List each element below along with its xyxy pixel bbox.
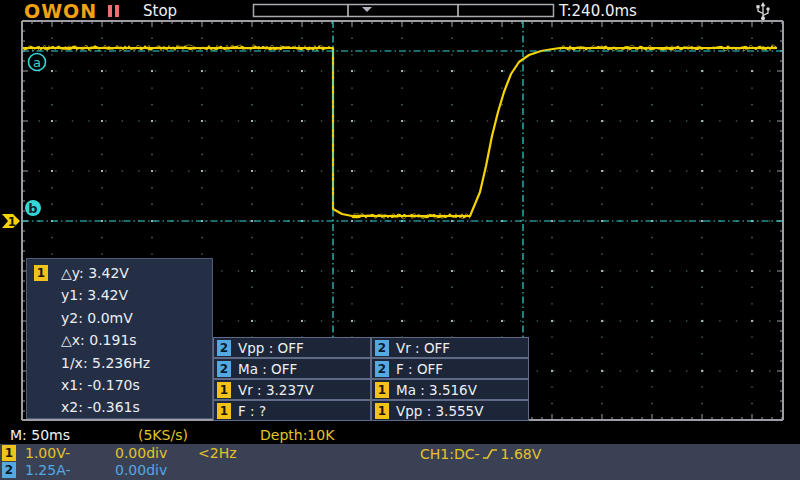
channel-badge: 1 — [375, 382, 389, 398]
channel-badge: 2 — [375, 340, 389, 356]
cursor-b-marker: b — [25, 200, 41, 216]
cursor-value-row: x1: -0.170s — [61, 374, 150, 396]
measurement-label: F : ? — [238, 403, 266, 419]
channel-badge: 1 — [34, 265, 48, 281]
measurement-label: Ma : OFF — [238, 361, 297, 377]
cursor-value-row: x2: -0.361s — [61, 396, 150, 418]
cursor-measure-window: 1 △y: 3.42Vy1: 3.42Vy2: 0.0mV△x: 0.191s1… — [26, 258, 213, 419]
measurement-cell: 1Vpp : 3.555V — [371, 400, 529, 421]
measurement-cell: 2Ma : OFF — [213, 358, 371, 379]
svg-text:1: 1 — [8, 215, 16, 229]
ch2-scale-readout: 1.25A- — [25, 462, 71, 478]
sample-rate-readout: (5KS/s) — [138, 427, 188, 443]
channel-badge: 1 — [217, 382, 231, 398]
cursor-value-row: y1: 3.42V — [61, 284, 150, 306]
channel-info-bar: 1 1.00V- 0.00div <2Hz 2 1.25A- 0.00div C… — [0, 444, 800, 480]
ch1-frequency-readout: <2Hz — [198, 445, 237, 461]
channel-badge: 1 — [375, 403, 389, 419]
ch1-zero-level-marker: 1 — [2, 214, 20, 229]
ch2-offset-readout: 0.00div — [115, 462, 167, 478]
channel-badge: 2 — [375, 361, 389, 377]
measurement-cell: 1Vr : 3.237V — [213, 379, 371, 400]
cursor-a-marker: a — [29, 54, 46, 71]
timebase-readout: M: 50ms — [10, 427, 70, 443]
cursor-value-row: △y: 3.42V — [61, 262, 150, 284]
acquisition-status-row: M: 50ms (5KS/s) Depth:10K — [0, 426, 800, 444]
svg-text:a: a — [33, 55, 41, 70]
channel-badge: 2 — [217, 361, 231, 377]
trigger-level-label: 1.68V — [501, 446, 542, 462]
measurement-cell: 1F : ? — [213, 400, 371, 421]
memory-depth-readout: Depth:10K — [260, 427, 334, 443]
measurement-label: Vpp : OFF — [238, 340, 304, 356]
channel-badge: 1 — [217, 403, 231, 419]
measurement-cell: 1Ma : 3.516V — [371, 379, 529, 400]
measurement-label: F : OFF — [396, 361, 443, 377]
trigger-source-label: CH1:DC- — [420, 446, 480, 462]
ch1-waveform-trace — [23, 45, 777, 219]
measurement-panel: 2Vpp : OFF2Vr : OFF2Ma : OFF2F : OFF1Vr … — [213, 337, 529, 421]
measurement-cell: 2F : OFF — [371, 358, 529, 379]
ch1-badge: 1 — [2, 445, 16, 461]
oscilloscope-screen: OWON Stop T:240.0ms ab1 — [0, 0, 800, 480]
cursor-value-row: 1/x: 5.236Hz — [61, 352, 150, 374]
ch2-badge: 2 — [2, 462, 16, 478]
trigger-settings-readout: CH1:DC- 1.68V — [420, 445, 541, 463]
measurement-label: Ma : 3.516V — [396, 382, 477, 398]
measurement-cell: 2Vr : OFF — [371, 337, 529, 358]
cursor-value-row: y2: 0.0mV — [61, 307, 150, 329]
channel-badge: 2 — [217, 340, 231, 356]
measurement-label: Vr : 3.237V — [238, 382, 314, 398]
measurement-label: Vr : OFF — [396, 340, 450, 356]
rising-edge-icon — [482, 447, 498, 461]
measurement-cell: 2Vpp : OFF — [213, 337, 371, 358]
svg-text:b: b — [28, 201, 37, 216]
measurement-label: Vpp : 3.555V — [396, 403, 483, 419]
ch1-scale-readout: 1.00V- — [25, 445, 70, 461]
ch1-offset-readout: 0.00div — [115, 445, 167, 461]
cursor-value-row: △x: 0.191s — [61, 329, 150, 351]
